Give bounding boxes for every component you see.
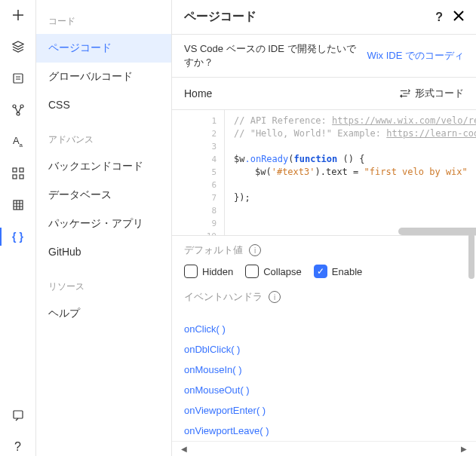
sidebar-item-backend[interactable]: バックエンドコード [36,152,171,181]
bottom-scrollbar[interactable]: ◀ ▶ [172,441,476,456]
default-label: デフォルト値 [184,243,243,257]
event-onclick[interactable]: onClick( ) [184,319,464,339]
scroll-right-icon[interactable]: ▶ [461,445,467,453]
close-icon[interactable] [453,11,464,24]
event-onviewportenter[interactable]: onViewportEnter( ) [184,400,464,421]
sidebar-item-help[interactable]: ヘルプ [36,299,171,328]
vscode-prompt: VS Code ベースの IDE で開発したいですか？ Wix IDE でのコー… [172,35,476,78]
svg-rect-7 [20,175,23,179]
apps-icon[interactable] [9,164,27,182]
format-label: 形式コード [415,87,464,100]
events-list: onClick( ) onDblClick( ) onMouseIn( ) on… [172,319,476,441]
connect-icon[interactable] [9,101,27,119]
layers-icon[interactable] [9,38,27,56]
panel-scroll-v[interactable] [468,234,474,279]
svg-rect-4 [13,168,17,172]
section-advanced: アドバンス [36,127,171,152]
info-events-icon[interactable]: i [269,291,281,303]
sidebar-item-database[interactable]: データベース [36,181,171,210]
event-onmouseout[interactable]: onMouseOut( ) [184,380,464,400]
add-icon[interactable] [9,6,27,24]
code-icon[interactable]: { } [9,228,27,246]
scroll-left-icon[interactable]: ◀ [181,445,187,453]
format-code-button[interactable]: 形式コード [388,78,476,109]
checkbox-collapse[interactable]: Collapse [245,265,302,278]
main: ページコード ? VS Code ベースの IDE で開発したいですか？ Wix… [172,0,476,456]
tab-home[interactable]: Home [172,78,224,109]
checkbox-enable[interactable]: ✓Enable [314,265,362,278]
sidebar-item-global-code[interactable]: グローバルコード [36,63,171,91]
header: ページコード ? [172,0,476,35]
help-rail-icon[interactable]: ? [9,438,27,456]
svg-rect-6 [13,175,17,179]
code-body[interactable]: // API Reference: https://www.wix.com/ve… [225,110,476,235]
text-icon[interactable]: Aa [9,133,27,151]
help-icon[interactable]: ? [435,11,443,24]
properties-panel: デフォルト値 i Hidden Collapse ✓Enable イベントハンド… [172,235,476,319]
sidebar-item-github[interactable]: GitHub [36,238,171,265]
page-icon[interactable] [9,69,27,87]
sidebar-item-css[interactable]: CSS [36,91,171,118]
svg-rect-5 [20,168,23,172]
checkbox-hidden[interactable]: Hidden [184,265,233,278]
svg-rect-9 [14,411,23,418]
event-onviewportleave[interactable]: onViewportLeave( ) [184,421,464,441]
svg-rect-0 [14,74,23,83]
event-onmousein[interactable]: onMouseIn( ) [184,360,464,380]
info-default-icon[interactable]: i [249,244,261,256]
events-label: イベントハンドラ [184,290,263,304]
sidebar-item-packages[interactable]: パッケージ・アプリ [36,210,171,238]
section-code: コード [36,9,171,34]
sidebar-item-page-code[interactable]: ページコード [36,34,171,63]
svg-rect-8 [14,200,23,210]
wix-ide-link[interactable]: Wix IDE でのコーディ [367,49,464,63]
table-icon[interactable] [9,196,27,214]
left-rail: Aa { } ? [0,0,36,456]
section-resources: リソース [36,274,171,299]
tab-row: Home 形式コード [172,78,476,110]
code-editor[interactable]: 12345678910 // API Reference: https://ww… [172,110,476,235]
vscode-question: VS Code ベースの IDE で開発したいですか？ [184,42,359,69]
sidebar: コード ページコード グローバルコード CSS アドバンス バックエンドコード … [36,0,172,456]
chat-icon[interactable] [9,406,27,424]
event-ondblclick[interactable]: onDblClick( ) [184,339,464,360]
gutter: 12345678910 [172,110,225,235]
editor-scroll-h[interactable] [398,228,476,235]
page-title: ページコード [184,9,256,25]
